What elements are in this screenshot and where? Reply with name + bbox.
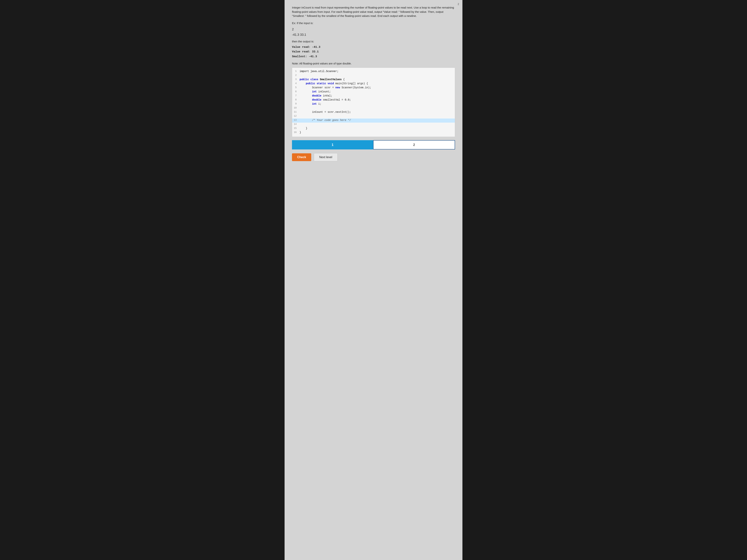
line-content: double smallestVal = 0.0; <box>300 98 351 101</box>
line-number: 1 <box>292 70 300 73</box>
line-number: 9 <box>292 102 300 105</box>
line-number: 5 <box>292 86 300 89</box>
code-line-15: 15 } <box>292 127 455 131</box>
code-line-10: 10 <box>292 106 455 110</box>
tab-bar: 1 2 <box>292 140 455 150</box>
description-text: Integer inCount is read from input repre… <box>292 5 455 18</box>
code-line-9: 9 int i; <box>292 102 455 106</box>
line-content: inCount = scnr.nextInt(); <box>300 111 351 113</box>
note-text: Note: All floating-point values are of t… <box>292 62 455 65</box>
code-line-14: 14 <box>292 123 455 127</box>
example-input-line-2: -41.3 33.1 <box>292 32 455 37</box>
button-row: Check Next level <box>292 153 455 161</box>
line-content: int i; <box>300 102 321 105</box>
line-content: } <box>300 131 301 134</box>
code-line-3: 3public class SmallestValues { <box>292 78 455 82</box>
code-line-16: 16} <box>292 131 455 135</box>
example-label: Ex: If the input is: <box>292 22 455 25</box>
line-number: 3 <box>292 78 300 81</box>
output-line-3: Smallest: -41.3 <box>292 54 455 59</box>
line-number: 14 <box>292 123 300 126</box>
line-number: 2 <box>292 74 300 77</box>
line-number: 11 <box>292 111 300 113</box>
example-input-line-1: 2 <box>292 27 455 32</box>
line-content: import java.util.Scanner; <box>300 70 338 73</box>
page-number: 2 <box>458 3 459 5</box>
code-line-4: 4 public static void main(String[] args)… <box>292 82 455 86</box>
check-button[interactable]: Check <box>292 153 311 161</box>
output-block: Value read: -41.3 Value read: 33.1 Small… <box>292 45 455 59</box>
example-input-block: 2 -41.3 33.1 <box>292 27 455 37</box>
line-number: 4 <box>292 82 300 85</box>
line-content: public class SmallestValues { <box>300 78 345 81</box>
code-line-5: 5 Scanner scnr = new Scanner(System.in); <box>292 86 455 90</box>
output-label: then the output is: <box>292 40 455 43</box>
line-number: 8 <box>292 98 300 101</box>
code-line-13: 13 /* Your code goes here */ <box>292 118 455 123</box>
line-content: int inCount; <box>300 90 331 93</box>
code-editor[interactable]: 1import java.util.Scanner;23public class… <box>292 68 455 137</box>
code-line-11: 11 inCount = scnr.nextInt(); <box>292 110 455 114</box>
line-content: /* Your code goes here */ <box>300 119 351 122</box>
line-content: double inVal; <box>300 94 332 97</box>
output-line-1: Value read: -41.3 <box>292 45 455 50</box>
page-container: 2 Integer inCount is read from input rep… <box>285 0 462 560</box>
line-number: 6 <box>292 90 300 93</box>
code-line-7: 7 double inVal; <box>292 94 455 98</box>
line-number: 16 <box>292 131 300 134</box>
line-content: Scanner scnr = new Scanner(System.in); <box>300 86 371 89</box>
code-line-12: 12 <box>292 114 455 118</box>
code-line-1: 1import java.util.Scanner; <box>292 70 455 74</box>
line-number: 10 <box>292 106 300 109</box>
line-number: 13 <box>292 119 300 122</box>
code-line-8: 8 double smallestVal = 0.0; <box>292 98 455 102</box>
code-line-6: 6 int inCount; <box>292 90 455 94</box>
tab-2[interactable]: 2 <box>373 140 455 150</box>
next-level-button[interactable]: Next level <box>314 153 338 161</box>
line-number: 12 <box>292 115 300 117</box>
line-content: } <box>300 127 307 130</box>
tab-1[interactable]: 1 <box>292 140 373 150</box>
line-content: public static void main(String[] args) { <box>300 82 368 85</box>
line-number: 7 <box>292 94 300 97</box>
code-line-2: 2 <box>292 74 455 78</box>
line-number: 15 <box>292 127 300 130</box>
output-line-2: Value read: 33.1 <box>292 49 455 54</box>
